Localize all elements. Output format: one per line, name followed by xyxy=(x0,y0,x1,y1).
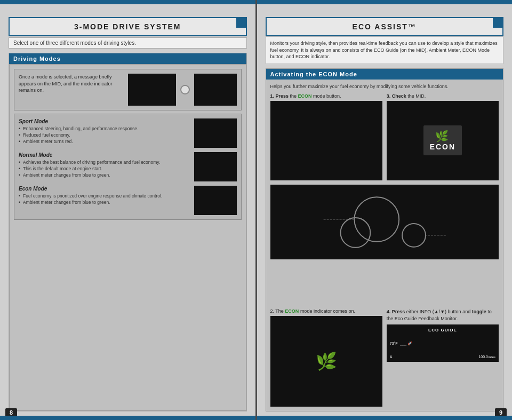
step-4-toggle: toggle xyxy=(472,309,486,314)
normal-mode-title: Normal Mode xyxy=(19,152,190,158)
econ-screen xyxy=(194,186,237,215)
normal-screen xyxy=(194,152,237,181)
miles-prefix: A xyxy=(390,355,393,359)
corner-tab-right xyxy=(493,17,503,28)
sport-bullet-2: Reduced fuel economy. xyxy=(19,132,190,139)
eco-guide-row: 73°F ⎯⎯⎯ 🚀 xyxy=(390,342,495,346)
step-2-leaf-icon: 🌿 xyxy=(316,351,337,371)
step-4-number: 4. Press xyxy=(387,309,405,314)
econ-badge-text: ECON xyxy=(430,142,455,151)
right-title: ECO ASSIST™ xyxy=(273,22,497,31)
overview-text: Once a mode is selected, a message brief… xyxy=(19,74,124,106)
sport-mode-text: Sport Mode Enhanced steering, handling, … xyxy=(19,118,190,145)
normal-bullet-3: Ambient meter changes from blue to green… xyxy=(19,172,190,179)
sport-mode-title: Sport Mode xyxy=(19,118,190,124)
left-section-title-box: 3-MODE DRIVE SYSTEM xyxy=(9,17,247,36)
center-diagram-svg xyxy=(270,185,499,259)
right-page: ECO ASSIST™ Monitors your driving style,… xyxy=(257,0,513,420)
help-text: Helps you further maximize your fuel eco… xyxy=(270,84,499,89)
econ-mode-item: Econ Mode Fuel economy is prioritized ov… xyxy=(19,186,237,215)
step-3-number: 3. Check xyxy=(387,93,406,99)
left-subtitle: Select one of three different modes of d… xyxy=(9,37,247,49)
step-3-label: 3. Check the MID. xyxy=(387,93,499,99)
econ-badge: 🌿 ECON xyxy=(423,125,462,155)
left-page: 3-MODE DRIVE SYSTEM Select one of three … xyxy=(0,0,257,420)
eco-guide-title: ECO GUIDE xyxy=(390,328,495,332)
step-2-box: 2. The ECON mode indicator comes on. 🌿 xyxy=(270,308,382,407)
bottom-stripe-right xyxy=(257,416,513,420)
mode-circle-indicator xyxy=(180,85,190,94)
step-2-screen: 🌿 xyxy=(270,316,382,407)
econ-bullet-1: Fuel economy is prioritized over engine … xyxy=(19,193,190,200)
normal-mode-bullets: Achieves the best balance of driving per… xyxy=(19,160,190,179)
temp-label: 73°F xyxy=(390,342,398,345)
econ-mode-bullets: Fuel economy is prioritized over engine … xyxy=(19,193,190,206)
bottom-stripe-left xyxy=(0,416,255,420)
driving-modes-header: Driving Modes xyxy=(9,53,246,64)
step-1-screen xyxy=(270,101,382,180)
normal-bullet-2: This is the default mode at engine start… xyxy=(19,166,190,172)
driving-modes-box: Once a mode is selected, a message brief… xyxy=(9,64,246,411)
sport-bullet-1: Enhanced steering, handling, and perform… xyxy=(19,126,190,132)
step-4-label: 4. Press either INFO (▲/▼) button and to… xyxy=(387,308,499,322)
step-1-box: 1. Press the ECON mode button. xyxy=(270,93,382,180)
step-3-screen: 🌿 ECON xyxy=(387,101,499,180)
normal-mode-item: Normal Mode Achieves the best balance of… xyxy=(19,152,237,181)
step-1-label: 1. Press the ECON mode button. xyxy=(270,93,382,99)
step-2-label: 2. The ECON mode indicator comes on. xyxy=(270,308,382,314)
left-title: 3-MODE DRIVE SYSTEM xyxy=(16,22,239,31)
eco-guide-miles: A 100.0miles xyxy=(390,355,495,359)
sport-bullet-3: Ambient meter turns red. xyxy=(19,139,190,145)
mode-overview: Once a mode is selected, a message brief… xyxy=(14,69,242,110)
right-section-title-box: ECO ASSIST™ xyxy=(266,17,504,36)
activating-box: Activating the ECON Mode Helps you furth… xyxy=(266,68,504,411)
step-2-econ: ECON xyxy=(285,308,299,314)
econ-bullet-2: Ambient meter changes from blue to green… xyxy=(19,200,190,206)
step-4-box: 4. Press either INFO (▲/▼) button and to… xyxy=(387,308,499,407)
step-1-econ: ECON xyxy=(298,93,312,99)
top-stripe-right xyxy=(257,0,513,4)
modes-detail-box: Sport Mode Enhanced steering, handling, … xyxy=(14,114,242,220)
center-diagram xyxy=(270,185,499,259)
normal-mode-text: Normal Mode Achieves the best balance of… xyxy=(19,152,190,179)
svg-rect-0 xyxy=(270,185,499,259)
sport-screen xyxy=(194,118,237,148)
driving-modes-section: Driving Modes Once a mode is selected, a… xyxy=(9,53,247,411)
sport-mode-bullets: Enhanced steering, handling, and perform… xyxy=(19,126,190,145)
right-description: Monitors your driving style, then provid… xyxy=(266,36,504,64)
eco-guide-display: ECO GUIDE 73°F ⎯⎯⎯ 🚀 A 100.0miles xyxy=(387,324,499,362)
step-3-box: 3. Check the MID. 🌿 ECON xyxy=(387,93,499,180)
corner-tab-left xyxy=(236,17,247,28)
eco-gauge-icons: ⎯⎯⎯ 🚀 xyxy=(400,342,412,346)
econ-mode-title: Econ Mode xyxy=(19,186,190,192)
sport-mode-item: Sport Mode Enhanced steering, handling, … xyxy=(19,118,237,148)
page: 3-MODE DRIVE SYSTEM Select one of three … xyxy=(0,0,512,420)
activating-header: Activating the ECON Mode xyxy=(266,69,503,80)
activating-content: Helps you further maximize your fuel eco… xyxy=(266,80,503,411)
leaf-icon: 🌿 xyxy=(435,130,450,142)
miles-value: 100.0miles xyxy=(478,355,495,359)
normal-bullet-1: Achieves the best balance of driving per… xyxy=(19,160,190,166)
econ-mode-text: Econ Mode Fuel economy is prioritized ov… xyxy=(19,186,190,206)
top-stripe-left xyxy=(0,0,255,4)
step-1-number: 1. Press xyxy=(270,93,289,99)
overview-screen xyxy=(128,74,176,106)
overview-screen-2 xyxy=(194,74,237,106)
steps-grid: 1. Press the ECON mode button. 3. Check … xyxy=(270,93,499,407)
